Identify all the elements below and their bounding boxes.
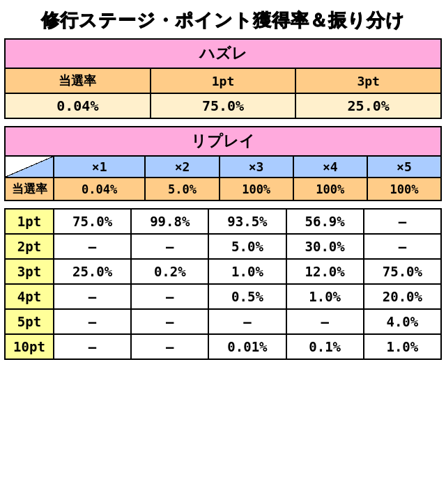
hazure-d1: 75.0% [151,93,296,118]
row-5pt-v4: 4.0% [364,309,441,334]
row-1pt-v3: 56.9% [286,209,364,234]
table-row: 3pt 25.0% 0.2% 1.0% 12.0% 75.0% [5,259,441,284]
hazure-section: ハズレ 当選率 1pt 3pt 0.04% 75.0% 25.0% [4,38,442,119]
hazure-d0: 0.04% [5,93,151,118]
row-1pt-v2: 93.5% [208,209,286,234]
diagonal-cell [5,156,54,178]
replay-section: リプレイ ×1 ×2 ×3 ×4 ×5 当選率 0.04% 5.0% 100% … [4,126,442,201]
table-row: 2pt — — 5.0% 30.0% — [5,234,441,259]
row-4pt-v4: 20.0% [364,284,441,309]
hazure-h2: 3pt [295,68,441,93]
tosen-v3: 100% [293,178,367,200]
replay-title: リプレイ [5,127,441,156]
points-section: 1pt 75.0% 99.8% 93.5% 56.9% — 2pt — — 5.… [4,208,442,360]
replay-table: リプレイ ×1 ×2 ×3 ×4 ×5 当選率 0.04% 5.0% 100% … [4,126,442,201]
hazure-table: ハズレ 当選率 1pt 3pt 0.04% 75.0% 25.0% [4,38,442,119]
row-2pt-v3: 30.0% [286,234,364,259]
points-table: 1pt 75.0% 99.8% 93.5% 56.9% — 2pt — — 5.… [4,208,442,360]
hazure-d2: 25.0% [295,93,441,118]
tosen-v0: 0.04% [54,178,145,200]
row-2pt-v1: — [131,234,208,259]
row-label-3pt: 3pt [5,259,54,284]
row-4pt-v3: 1.0% [286,284,364,309]
row-4pt-v1: — [131,284,208,309]
hazure-h0: 当選率 [5,68,151,93]
table-row: 1pt 75.0% 99.8% 93.5% 56.9% — [5,209,441,234]
table-row: 4pt — — 0.5% 1.0% 20.0% [5,284,441,309]
row-4pt-v0: — [54,284,131,309]
row-10pt-v4: 1.0% [364,334,441,359]
table-row: 10pt — — 0.01% 0.1% 1.0% [5,334,441,359]
row-5pt-v0: — [54,309,131,334]
row-label-2pt: 2pt [5,234,54,259]
replay-m0: ×1 [54,156,145,178]
row-5pt-v1: — [131,309,208,334]
row-3pt-v0: 25.0% [54,259,131,284]
hazure-header-row: 当選率 1pt 3pt [5,68,441,93]
hazure-data-row: 0.04% 75.0% 25.0% [5,93,441,118]
replay-multiplier-row: ×1 ×2 ×3 ×4 ×5 [5,156,441,178]
row-5pt-v2: — [208,309,286,334]
replay-m2: ×3 [220,156,293,178]
tosen-v1: 5.0% [145,178,219,200]
tosen-v4: 100% [367,178,441,200]
row-label-1pt: 1pt [5,209,54,234]
row-1pt-v1: 99.8% [131,209,208,234]
table-row: 5pt — — — — 4.0% [5,309,441,334]
row-2pt-v4: — [364,234,441,259]
hazure-h1: 1pt [151,68,296,93]
row-label-5pt: 5pt [5,309,54,334]
row-10pt-v0: — [54,334,131,359]
replay-m3: ×4 [293,156,367,178]
row-label-10pt: 10pt [5,334,54,359]
row-3pt-v4: 75.0% [364,259,441,284]
replay-tosen-row: 当選率 0.04% 5.0% 100% 100% 100% [5,178,441,200]
row-1pt-v0: 75.0% [54,209,131,234]
replay-title-row: リプレイ [5,127,441,156]
row-2pt-v2: 5.0% [208,234,286,259]
row-2pt-v0: — [54,234,131,259]
row-3pt-v2: 1.0% [208,259,286,284]
row-1pt-v4: — [364,209,441,234]
page-container: 修行ステージ・ポイント獲得率＆振り分け ハズレ 当選率 1pt 3pt 0.04… [0,0,446,364]
hazure-title-row: ハズレ [5,39,441,68]
tosen-label: 当選率 [5,178,54,200]
page-title: 修行ステージ・ポイント獲得率＆振り分け [4,4,442,38]
row-10pt-v3: 0.1% [286,334,364,359]
row-3pt-v1: 0.2% [131,259,208,284]
replay-m1: ×2 [145,156,219,178]
replay-m4: ×5 [367,156,441,178]
row-4pt-v2: 0.5% [208,284,286,309]
row-label-4pt: 4pt [5,284,54,309]
row-10pt-v1: — [131,334,208,359]
hazure-title: ハズレ [5,39,441,68]
tosen-v2: 100% [220,178,293,200]
row-3pt-v3: 12.0% [286,259,364,284]
row-10pt-v2: 0.01% [208,334,286,359]
row-5pt-v3: — [286,309,364,334]
